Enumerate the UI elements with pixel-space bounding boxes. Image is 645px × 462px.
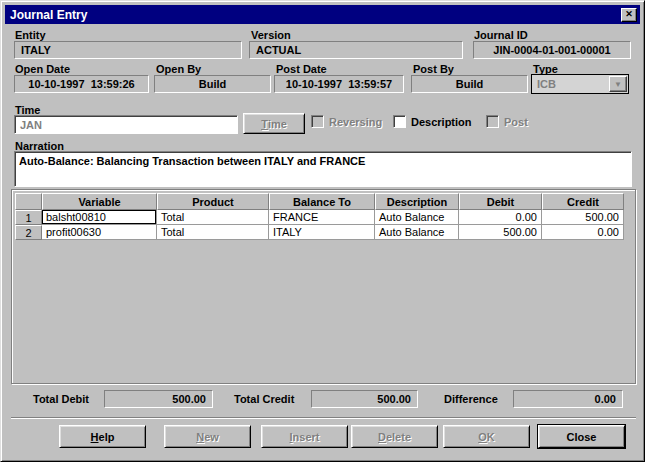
open-date-label: Open Date bbox=[15, 63, 70, 75]
type-value: ICB bbox=[532, 78, 609, 90]
col-header-debit[interactable]: Debit bbox=[459, 193, 542, 210]
table-row[interactable]: 2 profit00630 Total ITALY Auto Balance 5… bbox=[15, 225, 624, 240]
time-button[interactable]: Time bbox=[243, 113, 305, 134]
cell-debit[interactable]: 0.00 bbox=[459, 210, 542, 225]
description-checkbox-label: Description bbox=[411, 116, 472, 128]
post-by-label: Post By bbox=[413, 63, 454, 75]
divider bbox=[11, 417, 636, 419]
post-checkbox[interactable]: Post bbox=[486, 115, 528, 128]
cell-credit[interactable]: 500.00 bbox=[542, 210, 624, 225]
post-by-field: Build bbox=[411, 75, 528, 93]
col-header-credit[interactable]: Credit bbox=[542, 193, 624, 210]
cell-variable[interactable]: profit00630 bbox=[42, 225, 157, 240]
open-by-field: Build bbox=[154, 75, 271, 93]
col-header-variable[interactable]: Variable bbox=[42, 193, 157, 210]
delete-button[interactable]: Delete bbox=[351, 425, 438, 448]
checkbox-icon[interactable] bbox=[393, 115, 406, 128]
entity-field: ITALY bbox=[14, 41, 242, 59]
chevron-down-icon[interactable]: ▼ bbox=[609, 76, 627, 92]
grid-corner-cell bbox=[15, 193, 42, 210]
cell-product[interactable]: Total bbox=[157, 225, 269, 240]
checkbox-icon[interactable] bbox=[311, 115, 324, 128]
total-debit-label: Total Debit bbox=[33, 393, 89, 405]
cell-product[interactable]: Total bbox=[157, 210, 269, 225]
close-button[interactable]: Close bbox=[538, 425, 625, 448]
reversing-checkbox[interactable]: Reversing bbox=[311, 115, 382, 128]
cell-balance-to[interactable]: FRANCE bbox=[269, 210, 375, 225]
cell-variable[interactable]: balsht00810 bbox=[42, 210, 157, 225]
journal-entry-dialog: Journal Entry ✕ Entity Version Journal I… bbox=[0, 0, 645, 462]
grid-header-row: Variable Product Balance To Description … bbox=[15, 193, 624, 210]
open-by-label: Open By bbox=[156, 63, 201, 75]
entity-label: Entity bbox=[15, 29, 46, 41]
cell-description[interactable]: Auto Balance bbox=[375, 225, 459, 240]
difference-label: Difference bbox=[444, 393, 498, 405]
row-number-cell[interactable]: 1 bbox=[15, 210, 42, 225]
description-checkbox[interactable]: Description bbox=[393, 115, 472, 128]
post-checkbox-label: Post bbox=[504, 116, 528, 128]
cell-description[interactable]: Auto Balance bbox=[375, 210, 459, 225]
cell-balance-to[interactable]: ITALY bbox=[269, 225, 375, 240]
col-header-balance-to[interactable]: Balance To bbox=[269, 193, 375, 210]
type-combobox[interactable]: ICB ▼ bbox=[531, 74, 629, 94]
new-button[interactable]: New bbox=[164, 425, 251, 448]
post-date-label: Post Date bbox=[276, 63, 327, 75]
version-field: ACTUAL bbox=[249, 41, 463, 59]
ok-button[interactable]: OK bbox=[443, 425, 530, 448]
col-header-description[interactable]: Description bbox=[375, 193, 459, 210]
checkbox-icon[interactable] bbox=[486, 115, 499, 128]
close-icon[interactable]: ✕ bbox=[621, 8, 637, 22]
help-button[interactable]: Help bbox=[59, 425, 146, 448]
journal-id-field: JIN-0004-01-001-00001 bbox=[473, 41, 631, 59]
narration-textarea[interactable]: Auto-Balance: Balancing Transaction betw… bbox=[14, 151, 632, 187]
journal-lines-grid: Variable Product Balance To Description … bbox=[15, 193, 624, 240]
journal-id-label: Journal ID bbox=[474, 29, 528, 41]
open-date-field: 10-10-1997 13:59:26 bbox=[14, 75, 149, 93]
total-credit-label: Total Credit bbox=[234, 393, 294, 405]
version-label: Version bbox=[251, 29, 291, 41]
grid-panel: Variable Product Balance To Description … bbox=[11, 189, 636, 384]
difference-field: 0.00 bbox=[513, 390, 623, 408]
title-bar[interactable]: Journal Entry ✕ bbox=[5, 5, 640, 24]
col-header-product[interactable]: Product bbox=[157, 193, 269, 210]
total-debit-field: 500.00 bbox=[104, 390, 213, 408]
post-date-field: 10-10-1997 13:59:57 bbox=[274, 75, 404, 93]
table-row[interactable]: 1 balsht00810 Total FRANCE Auto Balance … bbox=[15, 210, 624, 225]
insert-button[interactable]: Insert bbox=[261, 425, 348, 448]
cell-credit[interactable]: 0.00 bbox=[542, 225, 624, 240]
row-number-cell[interactable]: 2 bbox=[15, 225, 42, 240]
window-title: Journal Entry bbox=[5, 8, 621, 22]
total-credit-field: 500.00 bbox=[311, 390, 418, 408]
time-input[interactable]: JAN bbox=[14, 115, 238, 134]
reversing-checkbox-label: Reversing bbox=[329, 116, 382, 128]
cell-debit[interactable]: 500.00 bbox=[459, 225, 542, 240]
